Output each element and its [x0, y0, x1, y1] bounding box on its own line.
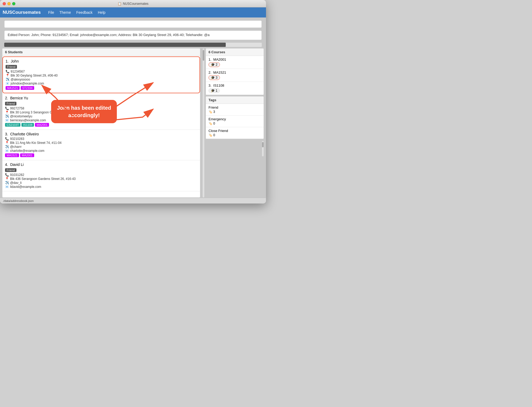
david-telegram: ✈️ @dav_li [5, 181, 197, 185]
phone-icon-charlotte: 📞 [5, 137, 9, 141]
minimize-button[interactable] [7, 2, 11, 5]
phone-icon-bernice: 📞 [5, 107, 9, 110]
charlotte-telegram: ✈️ @charrr [5, 145, 197, 149]
location-icon: 📍 [6, 74, 10, 77]
charlotte-email: 📧 charlotte@example.com [5, 149, 197, 153]
charlotte-courses: MA1521 MA2001 [5, 153, 197, 158]
email-icon-charlotte: 📧 [5, 149, 9, 153]
students-header: 6 Students [2, 48, 200, 56]
course-tag-ma1521-charlotte: MA1521 [5, 153, 19, 157]
tag-name-friend: Friend [209, 105, 261, 109]
app-logo: NUSCoursemates [3, 10, 41, 15]
bernice-telegram: ✈️ @nicetomeetyu [5, 114, 197, 118]
email-icon-bernice: 📧 [5, 118, 9, 122]
student-icon-ma2001: 🎓 [211, 63, 215, 67]
course-tag-cs2103t: CS2103T [5, 123, 20, 127]
student-item-david[interactable]: 4. David Li Friend 📞 91031282 📍 Blk 436 … [2, 160, 200, 191]
location-icon-bernice: 📍 [5, 110, 9, 114]
titlebar: 📋 NUSCoursemates [0, 0, 266, 7]
title-icon: 📋 [118, 2, 122, 6]
progress-bar-container [4, 43, 262, 47]
courses-panel: 6 Courses 1. MA2001 🎓 2 2. MA1521 🎓 3 [206, 48, 264, 95]
course-item-ma2001[interactable]: 1. MA2001 🎓 2 [206, 56, 264, 69]
tag-icon-friend: 🏷️ [209, 110, 212, 114]
student-name-bernice: 2. Bernice Yu [5, 96, 197, 100]
charlotte-phone: 📞 93210283 [5, 137, 197, 141]
course-item-ma1521[interactable]: 2. MA1521 🎓 3 [206, 69, 264, 82]
menu-theme[interactable]: Theme [57, 9, 73, 16]
menu-items: File Theme Feedback Help [46, 9, 108, 16]
david-address: 📍 Blk 436 Serangoon Gardens Street 26, #… [5, 177, 197, 181]
tag-count-closefriend: 🏷️ 0 [209, 133, 261, 137]
student-name-david: 4. David Li [5, 162, 197, 167]
menu-feedback[interactable]: Feedback [74, 9, 95, 16]
status-bar: ./data/addressbook.json [0, 198, 266, 204]
telegram-icon-charlotte: ✈️ [5, 145, 9, 149]
course-count-is1108: 🎓 1 [209, 88, 220, 93]
location-icon-david: 📍 [5, 177, 9, 181]
right-panels: 6 Courses 1. MA2001 🎓 2 2. MA1521 🎓 3 [206, 48, 264, 198]
bernice-phone: 📞 99272758 [5, 107, 197, 110]
course-tag-is1108: IS1108 [21, 123, 34, 127]
status-text: ./data/addressbook.json [3, 199, 34, 202]
output-text: Edited Person: John; Phone: 91234567; Em… [8, 33, 210, 37]
window-controls [3, 2, 15, 5]
student-item-bernice[interactable]: 2. Bernice Yu Friend 📞 99272758 📍 Blk 30… [2, 94, 200, 130]
john-courses: MA1521 ST2334 [6, 86, 197, 91]
student-icon-is1108: 🎓 [211, 89, 215, 92]
student-item-charlotte[interactable]: 3. Charlotte Oliveiro 📞 93210283 📍 Blk 1… [2, 130, 200, 160]
telegram-icon-bernice: ✈️ [5, 114, 9, 118]
tags-header: Tags [206, 96, 264, 104]
course-name-ma1521: 2. MA1521 [209, 70, 261, 74]
david-email: 📧 lidavid@example.com [5, 185, 197, 189]
student-item-john[interactable]: 1. John Friend 📞 91234567 📍 Blk 30 Geyla… [2, 56, 200, 93]
courses-scrollbar-container [206, 141, 264, 157]
tag-count-emergency: 🏷️ 0 [209, 122, 261, 125]
window-title: 📋 NUSCoursemates [118, 2, 149, 6]
john-email: 📧 johndoe@example.com [6, 82, 197, 85]
tag-icon-emergency: 🏷️ [209, 122, 212, 125]
students-list: 1. John Friend 📞 91234567 📍 Blk 30 Geyla… [2, 56, 200, 197]
course-count-ma2001: 🎓 2 [209, 62, 220, 67]
john-address: 📍 Blk 30 Geylang Street 29, #06-40 [6, 74, 197, 77]
telegram-icon-david: ✈️ [5, 181, 9, 185]
students-scrollbar[interactable] [202, 48, 205, 198]
course-tag-st2334: ST2334 [21, 86, 34, 90]
course-item-is1108[interactable]: 3. IS1108 🎓 1 [206, 82, 264, 95]
course-tag-ma2001: MA2001 [35, 123, 49, 127]
david-phone: 📞 91031282 [5, 173, 197, 177]
close-button[interactable] [3, 2, 6, 5]
john-phone: 📞 91234567 [6, 70, 197, 73]
course-tag-ma1521: MA1521 [6, 86, 20, 90]
telegram-icon: ✈️ [6, 78, 10, 81]
tag-item-friend[interactable]: Friend 🏷️ 3 [206, 104, 264, 116]
scrollbar-thumb[interactable] [203, 50, 204, 61]
progress-bar [4, 43, 226, 47]
tag-item-emergency[interactable]: Emergency 🏷️ 0 [206, 116, 264, 127]
menubar: NUSCoursemates File Theme Feedback Help [0, 7, 266, 17]
tag-icon-closefriend: 🏷️ [209, 133, 212, 137]
command-input[interactable] [4, 20, 262, 28]
course-tag-ma2001-charlotte: MA2001 [20, 153, 34, 157]
tag-item-closefriend[interactable]: Close Friend 🏷️ 0 [206, 127, 264, 139]
bernice-email: 📧 berniceyu@example.com [5, 118, 197, 122]
phone-icon-david: 📞 [5, 173, 9, 177]
student-icon-ma1521: 🎓 [211, 76, 215, 79]
tag-friend-bernice: Friend [5, 102, 16, 105]
right-scrollbar[interactable] [262, 141, 264, 157]
email-icon-david: 📧 [5, 185, 9, 189]
menu-file[interactable]: File [46, 9, 56, 16]
tag-name-closefriend: Close Friend [209, 129, 261, 133]
john-telegram: ✈️ @alexyooooo [6, 78, 197, 81]
course-name-is1108: 3. IS1108 [209, 83, 261, 87]
menu-help[interactable]: Help [96, 9, 108, 16]
tag-friend-john: Friend [6, 65, 17, 69]
tag-name-emergency: Emergency [209, 117, 261, 121]
course-name-ma2001: 1. MA2001 [209, 57, 261, 61]
right-scrollbar-thumb[interactable] [262, 142, 264, 147]
maximize-button[interactable] [12, 2, 15, 5]
tag-count-friend: 🏷️ 3 [209, 110, 261, 114]
course-count-ma1521: 🎓 3 [209, 75, 220, 80]
courses-header: 6 Courses [206, 48, 264, 56]
tags-panel: Tags Friend 🏷️ 3 Emergency 🏷️ 0 [206, 96, 264, 139]
